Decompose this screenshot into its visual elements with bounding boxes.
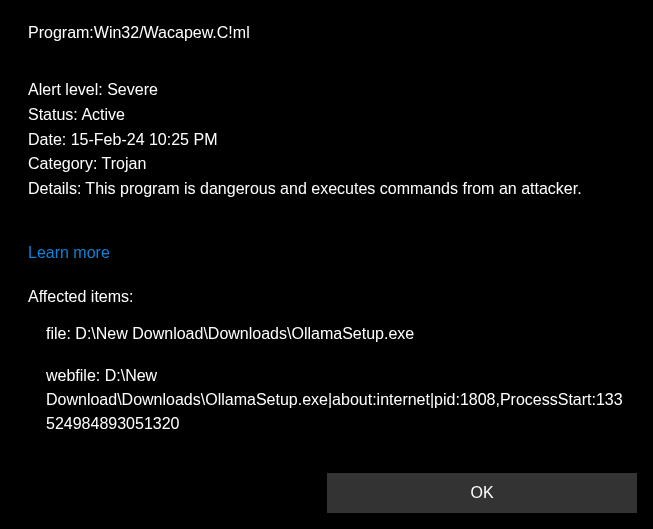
details-label: Details:	[28, 177, 81, 202]
affected-items-header: Affected items:	[28, 288, 625, 306]
category-value: Trojan	[102, 155, 147, 172]
status-value: Active	[81, 106, 125, 123]
details-row: Details: This program is dangerous and e…	[28, 177, 625, 202]
alert-level-label: Alert level:	[28, 81, 103, 98]
alert-level-value: Severe	[107, 81, 158, 98]
affected-item-webfile: webfile: D:\New Download\Downloads\Ollam…	[28, 364, 625, 436]
details-value: This program is dangerous and executes c…	[85, 177, 581, 202]
learn-more-link[interactable]: Learn more	[28, 244, 110, 262]
alert-level-row: Alert level: Severe	[28, 78, 625, 103]
category-row: Category: Trojan	[28, 152, 625, 177]
ok-button[interactable]: OK	[327, 473, 637, 513]
threat-name: Program:Win32/Wacapew.C!ml	[28, 24, 625, 42]
status-row: Status: Active	[28, 103, 625, 128]
date-value: 15-Feb-24 10:25 PM	[71, 131, 218, 148]
threat-details-block: Alert level: Severe Status: Active Date:…	[28, 78, 625, 202]
status-label: Status:	[28, 106, 78, 123]
affected-items-section: Affected items: file: D:\New Download\Do…	[28, 288, 625, 436]
category-label: Category:	[28, 155, 97, 172]
affected-item-file: file: D:\New Download\Downloads\OllamaSe…	[28, 322, 625, 346]
date-row: Date: 15-Feb-24 10:25 PM	[28, 128, 625, 153]
date-label: Date:	[28, 131, 66, 148]
